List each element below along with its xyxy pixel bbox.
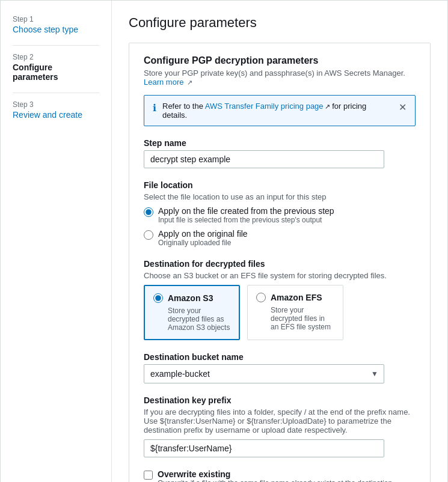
amazon-s3-card[interactable]: Amazon S3 Store your decrypted files as … xyxy=(144,285,240,340)
sidebar-step-1: Step 1 Choose step type xyxy=(13,15,99,34)
section-heading: Configure PGP decryption parameters xyxy=(144,55,416,66)
step2-title: Configure parameters xyxy=(13,63,99,82)
amazon-efs-title: Amazon EFS xyxy=(271,293,322,302)
file-location-original[interactable]: Apply on the original file Originally up… xyxy=(144,229,416,247)
amazon-efs-radio[interactable] xyxy=(256,293,266,302)
key-prefix-group: Destination key prefix If you are decryp… xyxy=(144,395,416,457)
destination-label: Destination for decrypted files xyxy=(144,259,416,269)
overwrite-group: Overwrite existing Overwrite if a file w… xyxy=(144,469,416,482)
file-location-group: File location Select the file location t… xyxy=(144,180,416,247)
step-name-input[interactable] xyxy=(144,150,384,168)
overwrite-label: Overwrite existing xyxy=(158,469,394,479)
page-title: Configure parameters xyxy=(129,15,431,31)
pricing-page-link[interactable]: AWS Transfer Family pricing page xyxy=(205,102,324,111)
divider-1 xyxy=(13,45,99,46)
step-name-group: Step name xyxy=(144,138,416,168)
banner-text: Refer to the AWS Transfer Family pricing… xyxy=(162,102,391,120)
file-location-label: File location xyxy=(144,180,416,190)
info-icon: ℹ xyxy=(153,102,156,114)
divider-2 xyxy=(13,93,99,93)
original-file-radio[interactable] xyxy=(144,230,153,240)
info-banner: ℹ Refer to the AWS Transfer Family prici… xyxy=(144,95,416,126)
key-prefix-desc: If you are decrypting files into a folde… xyxy=(144,407,416,435)
step1-label: Step 1 xyxy=(13,15,99,23)
step1-title[interactable]: Choose step type xyxy=(13,25,99,34)
section-subtext-text: Store your PGP private key(s) and passph… xyxy=(144,69,405,78)
main-content: Configure parameters Configure PGP decry… xyxy=(112,1,447,482)
bucket-name-select[interactable]: example-bucket xyxy=(144,364,384,383)
original-file-sublabel: Originally uploaded file xyxy=(158,239,248,247)
sidebar: Step 1 Choose step type Step 2 Configure… xyxy=(1,1,112,482)
amazon-s3-desc: Store your decrypted files as Amazon S3 … xyxy=(153,307,230,332)
sidebar-step-3: Step 3 Review and create xyxy=(13,100,99,120)
key-prefix-input[interactable] xyxy=(144,439,384,457)
file-location-desc: Select the file location to use as an in… xyxy=(144,192,416,201)
overwrite-desc: Overwrite if a file with the same file n… xyxy=(158,479,394,482)
file-location-radio-group: Apply on the file created from the previ… xyxy=(144,206,416,247)
bucket-name-label: Destination bucket name xyxy=(144,352,416,362)
prev-step-label: Apply on the file created from the previ… xyxy=(158,206,334,216)
amazon-s3-radio[interactable] xyxy=(153,293,163,303)
step-name-label: Step name xyxy=(144,138,416,148)
learn-more-link[interactable]: Learn more xyxy=(144,78,183,87)
destination-cards: Amazon S3 Store your decrypted files as … xyxy=(144,285,416,340)
step2-label: Step 2 xyxy=(13,53,99,61)
overwrite-checkbox[interactable] xyxy=(144,471,153,480)
amazon-efs-desc: Store your decrypted files in an EFS fil… xyxy=(256,306,334,331)
destination-desc: Choose an S3 bucket or an EFS file syste… xyxy=(144,271,416,280)
external-link-icon: ↗ xyxy=(187,79,192,87)
amazon-efs-card[interactable]: Amazon EFS Store your decrypted files in… xyxy=(247,285,343,340)
destination-group: Destination for decrypted files Choose a… xyxy=(144,259,416,340)
section-card: Configure PGP decryption parameters Stor… xyxy=(129,43,431,482)
prev-step-sublabel: Input file is selected from the previous… xyxy=(158,216,334,224)
banner-prefix: Refer to the xyxy=(162,102,205,111)
step3-title: Review and create xyxy=(13,110,99,120)
overwrite-option[interactable]: Overwrite existing Overwrite if a file w… xyxy=(144,469,416,482)
section-subtext: Store your PGP private key(s) and passph… xyxy=(144,69,416,87)
key-prefix-label: Destination key prefix xyxy=(144,395,416,405)
original-file-label: Apply on the original file xyxy=(158,229,248,239)
close-banner-button[interactable]: ✕ xyxy=(399,102,407,113)
sidebar-step-2: Step 2 Configure parameters xyxy=(13,53,99,82)
pricing-ext-icon: ↗ xyxy=(325,103,330,111)
step3-label: Step 3 xyxy=(13,100,99,109)
bucket-name-group: Destination bucket name example-bucket ▼ xyxy=(144,352,416,383)
file-location-prev-step[interactable]: Apply on the file created from the previ… xyxy=(144,206,416,224)
amazon-s3-title: Amazon S3 xyxy=(168,293,213,303)
bucket-name-select-wrapper: example-bucket ▼ xyxy=(144,364,384,383)
prev-step-radio[interactable] xyxy=(144,207,153,217)
